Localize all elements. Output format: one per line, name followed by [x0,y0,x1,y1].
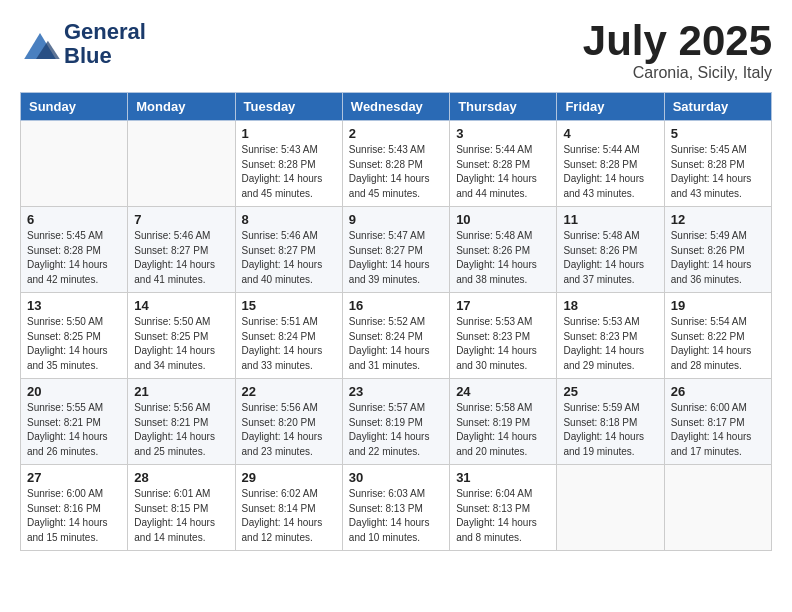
day-cell: 8Sunrise: 5:46 AM Sunset: 8:27 PM Daylig… [235,207,342,293]
logo-line1: General [64,20,146,44]
day-number: 24 [456,384,550,399]
day-cell: 26Sunrise: 6:00 AM Sunset: 8:17 PM Dayli… [664,379,771,465]
day-info: Sunrise: 5:57 AM Sunset: 8:19 PM Dayligh… [349,401,443,459]
month-title: July 2025 [583,20,772,62]
day-cell [664,465,771,551]
day-number: 25 [563,384,657,399]
day-cell: 13Sunrise: 5:50 AM Sunset: 8:25 PM Dayli… [21,293,128,379]
day-cell: 10Sunrise: 5:48 AM Sunset: 8:26 PM Dayli… [450,207,557,293]
day-info: Sunrise: 5:54 AM Sunset: 8:22 PM Dayligh… [671,315,765,373]
day-number: 11 [563,212,657,227]
day-cell: 21Sunrise: 5:56 AM Sunset: 8:21 PM Dayli… [128,379,235,465]
day-cell: 31Sunrise: 6:04 AM Sunset: 8:13 PM Dayli… [450,465,557,551]
day-info: Sunrise: 5:45 AM Sunset: 8:28 PM Dayligh… [27,229,121,287]
day-cell: 7Sunrise: 5:46 AM Sunset: 8:27 PM Daylig… [128,207,235,293]
day-number: 23 [349,384,443,399]
page-header: General Blue July 2025 Caronia, Sicily, … [20,20,772,82]
title-block: July 2025 Caronia, Sicily, Italy [583,20,772,82]
logo-text: General Blue [64,20,146,68]
day-number: 22 [242,384,336,399]
day-info: Sunrise: 5:43 AM Sunset: 8:28 PM Dayligh… [349,143,443,201]
day-info: Sunrise: 5:50 AM Sunset: 8:25 PM Dayligh… [27,315,121,373]
week-row-5: 27Sunrise: 6:00 AM Sunset: 8:16 PM Dayli… [21,465,772,551]
day-cell: 11Sunrise: 5:48 AM Sunset: 8:26 PM Dayli… [557,207,664,293]
day-cell: 25Sunrise: 5:59 AM Sunset: 8:18 PM Dayli… [557,379,664,465]
location: Caronia, Sicily, Italy [583,64,772,82]
day-info: Sunrise: 5:44 AM Sunset: 8:28 PM Dayligh… [563,143,657,201]
day-cell: 3Sunrise: 5:44 AM Sunset: 8:28 PM Daylig… [450,121,557,207]
day-cell: 17Sunrise: 5:53 AM Sunset: 8:23 PM Dayli… [450,293,557,379]
day-info: Sunrise: 6:03 AM Sunset: 8:13 PM Dayligh… [349,487,443,545]
week-row-2: 6Sunrise: 5:45 AM Sunset: 8:28 PM Daylig… [21,207,772,293]
day-cell: 12Sunrise: 5:49 AM Sunset: 8:26 PM Dayli… [664,207,771,293]
header-cell-friday: Friday [557,93,664,121]
day-info: Sunrise: 6:00 AM Sunset: 8:17 PM Dayligh… [671,401,765,459]
day-cell: 24Sunrise: 5:58 AM Sunset: 8:19 PM Dayli… [450,379,557,465]
day-number: 29 [242,470,336,485]
day-info: Sunrise: 6:02 AM Sunset: 8:14 PM Dayligh… [242,487,336,545]
day-number: 31 [456,470,550,485]
day-info: Sunrise: 5:49 AM Sunset: 8:26 PM Dayligh… [671,229,765,287]
day-cell: 23Sunrise: 5:57 AM Sunset: 8:19 PM Dayli… [342,379,449,465]
day-number: 12 [671,212,765,227]
day-number: 9 [349,212,443,227]
header-row: SundayMondayTuesdayWednesdayThursdayFrid… [21,93,772,121]
day-cell: 30Sunrise: 6:03 AM Sunset: 8:13 PM Dayli… [342,465,449,551]
day-number: 17 [456,298,550,313]
day-info: Sunrise: 5:52 AM Sunset: 8:24 PM Dayligh… [349,315,443,373]
day-number: 20 [27,384,121,399]
day-info: Sunrise: 5:45 AM Sunset: 8:28 PM Dayligh… [671,143,765,201]
day-number: 28 [134,470,228,485]
day-number: 26 [671,384,765,399]
day-info: Sunrise: 5:53 AM Sunset: 8:23 PM Dayligh… [456,315,550,373]
day-number: 2 [349,126,443,141]
logo-line2: Blue [64,44,146,68]
day-info: Sunrise: 5:55 AM Sunset: 8:21 PM Dayligh… [27,401,121,459]
day-info: Sunrise: 5:51 AM Sunset: 8:24 PM Dayligh… [242,315,336,373]
logo: General Blue [20,20,146,68]
day-info: Sunrise: 5:48 AM Sunset: 8:26 PM Dayligh… [563,229,657,287]
day-cell: 28Sunrise: 6:01 AM Sunset: 8:15 PM Dayli… [128,465,235,551]
header-cell-sunday: Sunday [21,93,128,121]
day-number: 7 [134,212,228,227]
day-number: 16 [349,298,443,313]
day-number: 10 [456,212,550,227]
day-cell: 5Sunrise: 5:45 AM Sunset: 8:28 PM Daylig… [664,121,771,207]
day-info: Sunrise: 6:00 AM Sunset: 8:16 PM Dayligh… [27,487,121,545]
calendar-table: SundayMondayTuesdayWednesdayThursdayFrid… [20,92,772,551]
day-cell: 27Sunrise: 6:00 AM Sunset: 8:16 PM Dayli… [21,465,128,551]
day-cell [21,121,128,207]
week-row-1: 1Sunrise: 5:43 AM Sunset: 8:28 PM Daylig… [21,121,772,207]
day-number: 6 [27,212,121,227]
header-cell-wednesday: Wednesday [342,93,449,121]
day-info: Sunrise: 5:44 AM Sunset: 8:28 PM Dayligh… [456,143,550,201]
day-number: 3 [456,126,550,141]
day-info: Sunrise: 5:50 AM Sunset: 8:25 PM Dayligh… [134,315,228,373]
day-cell: 22Sunrise: 5:56 AM Sunset: 8:20 PM Dayli… [235,379,342,465]
week-row-3: 13Sunrise: 5:50 AM Sunset: 8:25 PM Dayli… [21,293,772,379]
day-info: Sunrise: 5:43 AM Sunset: 8:28 PM Dayligh… [242,143,336,201]
header-cell-saturday: Saturday [664,93,771,121]
week-row-4: 20Sunrise: 5:55 AM Sunset: 8:21 PM Dayli… [21,379,772,465]
day-cell [128,121,235,207]
day-info: Sunrise: 5:58 AM Sunset: 8:19 PM Dayligh… [456,401,550,459]
day-number: 1 [242,126,336,141]
day-number: 30 [349,470,443,485]
day-cell: 19Sunrise: 5:54 AM Sunset: 8:22 PM Dayli… [664,293,771,379]
header-cell-monday: Monday [128,93,235,121]
day-info: Sunrise: 5:47 AM Sunset: 8:27 PM Dayligh… [349,229,443,287]
day-cell: 1Sunrise: 5:43 AM Sunset: 8:28 PM Daylig… [235,121,342,207]
day-info: Sunrise: 5:53 AM Sunset: 8:23 PM Dayligh… [563,315,657,373]
day-cell: 18Sunrise: 5:53 AM Sunset: 8:23 PM Dayli… [557,293,664,379]
day-number: 8 [242,212,336,227]
day-number: 5 [671,126,765,141]
day-cell: 14Sunrise: 5:50 AM Sunset: 8:25 PM Dayli… [128,293,235,379]
day-cell [557,465,664,551]
day-cell: 29Sunrise: 6:02 AM Sunset: 8:14 PM Dayli… [235,465,342,551]
day-cell: 2Sunrise: 5:43 AM Sunset: 8:28 PM Daylig… [342,121,449,207]
header-cell-tuesday: Tuesday [235,93,342,121]
day-number: 14 [134,298,228,313]
day-info: Sunrise: 5:46 AM Sunset: 8:27 PM Dayligh… [134,229,228,287]
day-number: 18 [563,298,657,313]
day-number: 13 [27,298,121,313]
